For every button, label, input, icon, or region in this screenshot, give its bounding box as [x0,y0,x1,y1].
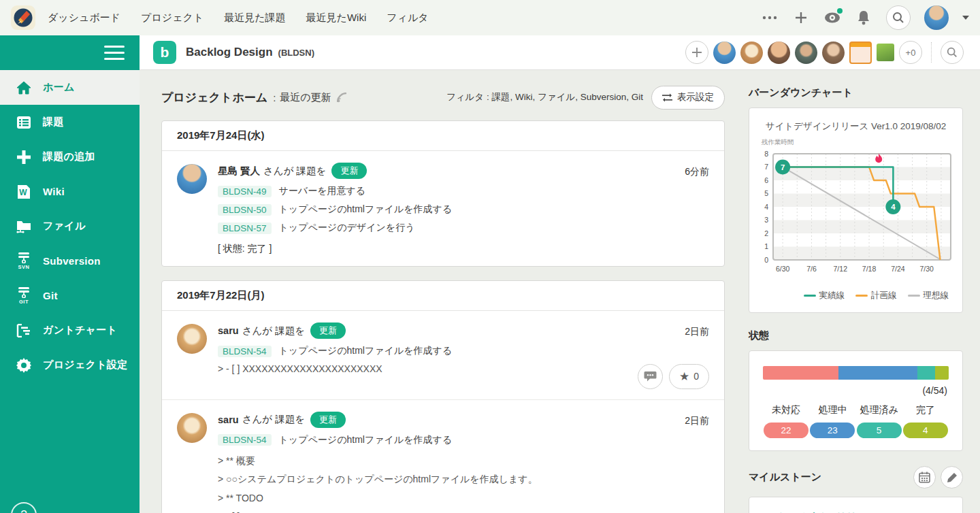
nav-filters[interactable]: フィルタ [387,12,428,24]
issue-title[interactable]: トップページのhtmlファイルを作成する [279,434,453,446]
bell-icon[interactable] [855,9,872,27]
gear-icon [15,355,33,376]
nav-dashboard[interactable]: ダッシュボード [48,12,120,24]
subversion-icon: SVN [15,251,33,271]
issue-title[interactable]: トップページのデザインを行う [279,222,415,234]
issue-row[interactable]: BLDSN-54 トップページのhtmlファイルを作成する [218,434,709,446]
star-button[interactable]: ★ 0 [669,364,709,389]
member-avatar[interactable] [795,42,817,64]
avatar[interactable] [177,324,207,354]
watch-notification-dot [837,8,843,14]
member-avatar[interactable] [740,42,763,64]
issue-key[interactable]: BLDSN-57 [218,222,272,234]
help-icon[interactable]: ? [11,502,37,513]
sidebar-item-add-issue[interactable]: 課題の追加 [0,139,140,174]
status-label: 処理済み [856,404,902,416]
issue-key[interactable]: BLDSN-54 [218,434,272,446]
svg-text:7: 7 [780,163,784,171]
sidebar-item-issues[interactable]: 課題 [0,105,140,139]
member-avatar[interactable] [822,42,845,64]
svg-text:2: 2 [764,229,768,237]
sidebar-item-label: Wiki [43,186,65,197]
update-badge: 更新 [310,322,346,339]
hamburger-menu-icon[interactable] [104,46,125,60]
sidebar-item-files[interactable]: ファイル [0,209,140,244]
entry-user[interactable]: saru [218,325,239,336]
feed-entry[interactable]: 星島 賢人 さんが 課題を 更新 6分前 BLDSN-49 サーバーを用意する … [162,151,724,266]
svg-text:7: 7 [764,163,768,171]
issue-row[interactable]: BLDSN-54 トップページのhtmlファイルを作成する [218,345,709,357]
add-icon[interactable] [792,9,810,27]
project-icon[interactable]: b [153,41,176,64]
member-avatar[interactable] [849,42,872,64]
burndown-section-title: バーンダウンチャート [749,86,963,99]
member-avatar[interactable] [768,42,790,64]
quote-line: > ○○システムプロジェクトのトップページのhtmlファイルを作成します。 [218,473,709,486]
svg-text:4: 4 [764,203,768,211]
main-area: b Backlog Design (BLDSN) +0 プロジェクトホーム [140,35,980,513]
burndown-chart-title: サイトデザインリリース Ver1.0 2019/08/02 [755,120,957,133]
member-avatar[interactable] [713,42,736,64]
avatar[interactable] [177,164,207,194]
avatar[interactable] [177,413,207,443]
global-nav: ダッシュボード プロジェクト 最近見た課題 最近見たWiki フィルタ [48,12,429,24]
search-button[interactable] [886,5,911,30]
sidebar-item-label: ファイル [43,220,86,233]
sidebar-item-label: ホーム [43,81,75,94]
issue-title[interactable]: トップページのhtmlファイルを作成する [279,203,453,216]
status-count-pill[interactable]: 4 [903,423,948,438]
edit-pencil-button[interactable] [941,466,963,489]
issue-key[interactable]: BLDSN-50 [218,204,272,216]
sidebar-item-wiki[interactable]: W Wiki [0,174,140,209]
feed-entry[interactable]: saru さんが 課題を 更新 2日前 BLDSN-54 トップページのhtml… [162,399,724,513]
calendar-button[interactable] [913,466,936,489]
status-bar-segment [935,366,949,380]
nav-recent-wiki[interactable]: 最近見たWiki [306,12,367,24]
issue-row[interactable]: BLDSN-50 トップページのhtmlファイルを作成する [218,203,709,216]
feed-date-header: 2019年7月24日(水) [162,121,724,151]
watch-eye-icon[interactable] [823,9,841,27]
entry-user[interactable]: saru [218,414,239,425]
nav-recent-issues[interactable]: 最近見た課題 [224,12,285,24]
title-separator: : [273,92,276,103]
sidebar-item-gantt[interactable]: ガントチャート [0,313,140,348]
status-count-pill[interactable]: 23 [810,423,855,438]
status-count-pill[interactable]: 5 [857,423,902,438]
extra-members-count[interactable]: +0 [899,41,922,64]
sidebar-item-label: Git [43,290,58,301]
rss-icon[interactable] [337,93,347,103]
issue-key[interactable]: BLDSN-49 [218,186,272,197]
entry-user[interactable]: 星島 賢人 [218,165,260,178]
sidebar-item-label: Subversion [43,255,101,267]
project-name[interactable]: Backlog Design [186,46,273,59]
issue-title[interactable]: サーバーを用意する [279,185,366,197]
chevron-down-icon[interactable] [962,16,969,20]
more-icon[interactable] [761,9,779,27]
project-sidebar: ホーム 課題 課題の追加 W Wiki ファイル SVN Subversion [0,35,140,513]
status-bar-segment [917,366,934,380]
issue-title[interactable]: トップページのhtmlファイルを作成する [279,345,453,357]
comment-button[interactable] [638,364,663,389]
member-avatar[interactable] [877,44,894,61]
backlog-logo[interactable] [11,5,35,30]
sidebar-item-home[interactable]: ホーム [0,70,140,105]
issue-key[interactable]: BLDSN-54 [218,346,272,357]
feed-date-card: 2019年7月22日(月) saru さんが 課題を 更新 2日前 BLDSN-… [161,280,725,513]
nav-projects[interactable]: プロジェクト [141,12,203,24]
status-count-pill[interactable]: 22 [764,423,808,438]
sidebar-item-git[interactable]: GIT Git [0,278,140,313]
issue-row[interactable]: BLDSN-49 サーバーを用意する [218,185,709,197]
status-cell: 処理済み 5 [856,404,902,438]
legend-swatch [908,295,920,297]
user-avatar[interactable] [924,5,949,30]
display-settings-button[interactable]: 表示設定 [651,86,725,110]
feed-entry[interactable]: saru さんが 課題を 更新 2日前 BLDSN-54 トップページのhtml… [162,311,724,399]
burndown-chart-svg: 0123456786/307/67/127/187/247/3074 [757,147,956,288]
add-member-button[interactable] [685,41,708,64]
star-icon: ★ [679,371,689,382]
burndown-ylabel: 残作業時間 [762,138,957,147]
sidebar-item-project-settings[interactable]: プロジェクト設定 [0,348,140,382]
issue-row[interactable]: BLDSN-57 トップページのデザインを行う [218,222,709,234]
project-search-button[interactable] [941,41,964,64]
sidebar-item-subversion[interactable]: SVN Subversion [0,244,140,278]
